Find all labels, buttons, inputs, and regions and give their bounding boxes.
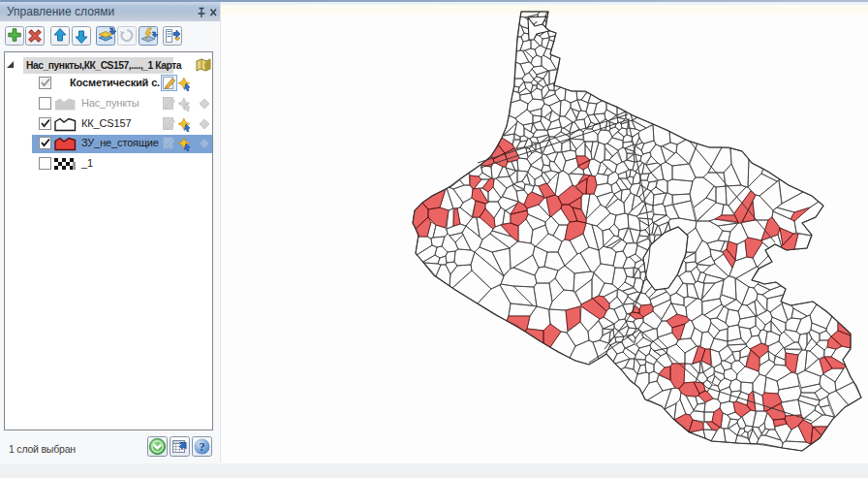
svg-text:?: ? (199, 439, 205, 454)
